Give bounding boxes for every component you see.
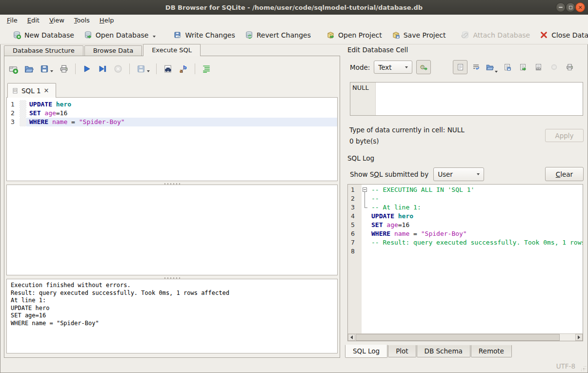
save-sql-file-button[interactable] [40, 64, 53, 74]
sql-log-line: 7-- Result: query executed successfully.… [348, 238, 583, 247]
filter-label: Show SQL submitted by [350, 170, 428, 178]
menu-view[interactable]: View [44, 16, 69, 25]
format-icon [202, 64, 211, 74]
copy-link-button[interactable] [531, 60, 546, 74]
open-database-button[interactable]: Open Database [79, 28, 161, 41]
fold-margin [362, 186, 368, 194]
fold-margin [362, 221, 368, 229]
save-results-icon [136, 64, 146, 74]
sql-editor[interactable]: 1UPDATE hero2SET age=163WHERE name = "Sp… [6, 97, 338, 181]
folder-open-icon [24, 64, 34, 74]
auto-apply-button[interactable]: ⚙ [416, 60, 431, 74]
revert-changes-icon [245, 31, 253, 39]
set-null-button[interactable] [547, 60, 561, 74]
import-data-button[interactable] [484, 60, 499, 74]
fold-margin [20, 109, 26, 118]
execute-all-button[interactable] [82, 64, 92, 74]
fold-collapse-icon[interactable] [363, 187, 367, 192]
sql-log-view[interactable]: 1-- EXECUTING ALL IN 'SQL 1'2--3-- At li… [347, 184, 583, 341]
tab-execute-sql[interactable]: Execute SQL [143, 44, 201, 56]
apply-button[interactable]: Apply [545, 129, 584, 142]
execute-current-line-button[interactable] [98, 64, 107, 74]
tab-browse-data[interactable]: Browse Data [84, 45, 142, 56]
text-mode-button[interactable] [453, 60, 467, 74]
save-file-icon [40, 64, 49, 74]
editor-line: 1UPDATE hero [7, 100, 337, 109]
dock-tab-remote[interactable]: Remote [471, 345, 512, 357]
results-pane [6, 185, 338, 275]
stop-icon [113, 64, 123, 74]
execution-log-line: Result: query executed successfully. Too… [11, 290, 333, 297]
revert-changes-button[interactable]: Revert Changes [240, 28, 316, 41]
new-database-button[interactable]: New Database [8, 28, 79, 41]
user-filter-select[interactable]: User [433, 167, 484, 181]
scrollbar-thumb[interactable] [356, 334, 560, 341]
save-project-button[interactable]: Save Project [387, 28, 451, 41]
attach-database-button[interactable]: Attach Database [456, 28, 535, 41]
minimize-button[interactable] [556, 2, 566, 12]
close-button[interactable]: ✕ [575, 2, 585, 12]
tab-label: Database Structure [13, 47, 75, 54]
execute-sql-panel: ba SQL 1 ✕ 1UPDATE hero2SET age=163WHERE… [4, 56, 340, 358]
encoding-indicator[interactable]: UTF-8 [556, 362, 575, 370]
open-project-button[interactable]: Open Project [322, 28, 387, 41]
dock-tab-sql-log[interactable]: SQL Log [345, 345, 387, 358]
tab-sql-1[interactable]: SQL 1 ✕ [7, 83, 56, 98]
dock-tab-db-schema[interactable]: DB Schema [417, 345, 470, 357]
chevron-down-icon [477, 173, 480, 175]
export-data-button[interactable] [500, 60, 514, 74]
open-database-label: Open Database [96, 31, 149, 39]
find-button[interactable] [163, 64, 173, 74]
menu-tools[interactable]: Tools [69, 16, 95, 25]
close-database-button[interactable]: Close Database [535, 28, 588, 41]
save-results-button[interactable] [136, 64, 150, 74]
menu-help[interactable]: Help [95, 16, 119, 25]
dock-tab-plot[interactable]: Plot [388, 345, 416, 357]
cell-type-info: Type of data currently in cell: NULL [349, 126, 465, 134]
print-sql-button[interactable] [59, 64, 69, 74]
write-changes-label: Write Changes [185, 31, 235, 39]
cell-value-editor[interactable]: NULL [350, 82, 583, 116]
maximize-button[interactable] [566, 2, 575, 12]
menu-edit[interactable]: Edit [22, 16, 44, 25]
stop-execution-button[interactable] [113, 64, 123, 74]
set-as-default-button[interactable] [515, 60, 530, 74]
gear-import-icon: ⚙ [420, 63, 428, 71]
sql-editor-toolbar: ba [8, 62, 211, 76]
svg-text:⚙: ⚙ [420, 63, 425, 71]
title-bar[interactable]: DB Browser for SQLite - /home/user/code/… [0, 0, 588, 15]
close-tab-icon[interactable]: ✕ [44, 87, 49, 94]
code-text: -- [368, 194, 583, 203]
scroll-right-arrow[interactable] [575, 334, 583, 341]
sql-log-line: 8 [348, 247, 583, 256]
fold-margin [362, 247, 368, 256]
execution-log-line: WHERE name = "Spider-Boy" [11, 320, 333, 328]
maximize-icon [569, 6, 572, 9]
clear-button[interactable]: Clear [545, 167, 584, 181]
mode-select[interactable]: Text [374, 61, 412, 74]
find-replace-button[interactable]: ba [179, 64, 188, 74]
scroll-left-arrow[interactable] [348, 334, 355, 341]
horizontal-scrollbar[interactable] [348, 333, 583, 341]
cell-editor-toolbar [453, 60, 577, 74]
open-sql-file-button[interactable] [24, 64, 34, 74]
execution-log[interactable]: Execution finished without errors.Result… [6, 279, 338, 353]
write-changes-button[interactable]: Write Changes [168, 28, 240, 41]
menu-file[interactable]: File [2, 16, 22, 25]
sql-log-line: 3-- At line 1: [348, 203, 583, 212]
word-wrap-button[interactable] [468, 60, 483, 74]
find-icon [163, 64, 173, 74]
code-text: -- EXECUTING ALL IN 'SQL 1' [368, 186, 583, 194]
open-project-icon [326, 31, 335, 39]
fold-margin [362, 229, 368, 238]
save-as-icon [503, 63, 511, 71]
remove-icon [550, 63, 558, 71]
line-number: 2 [348, 194, 362, 203]
line-number: 8 [348, 247, 362, 256]
new-sql-tab-button[interactable] [8, 64, 18, 74]
tab-database-structure[interactable]: Database Structure [4, 45, 83, 56]
chevron-down-icon [405, 66, 408, 68]
toolbar-separator [75, 63, 76, 74]
print-cell-button[interactable] [562, 60, 577, 74]
format-sql-button[interactable] [202, 64, 211, 74]
